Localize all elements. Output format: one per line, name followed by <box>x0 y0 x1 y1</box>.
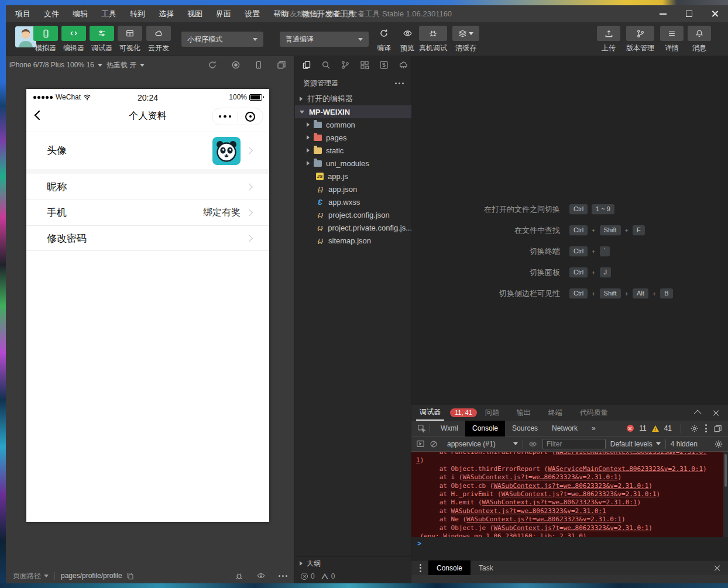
editor-toggle-button[interactable]: 编辑器 <box>60 26 87 53</box>
cloud-dev-toggle-button[interactable]: 云开发 <box>145 26 172 53</box>
drawer-kebab-icon[interactable] <box>418 564 423 572</box>
tree-item-project-config[interactable]: project.config.json <box>295 208 412 221</box>
list-item-change-password[interactable]: 修改密码 <box>26 225 269 251</box>
tree-item-static[interactable]: static <box>295 144 412 157</box>
stack-link[interactable]: WASubContext.js?t=we…80623323&v=2.31.0:1 <box>451 507 606 515</box>
copy-icon[interactable] <box>126 572 134 580</box>
extensions-icon[interactable] <box>360 60 369 70</box>
log-levels-select[interactable]: Default levels <box>610 440 661 448</box>
source-control-icon[interactable] <box>341 60 350 70</box>
stack-link[interactable]: WASubContext.js?t=we…80623323&v=2.31.0:1 <box>493 524 648 532</box>
page-path-select[interactable]: 页面路径 <box>13 571 49 581</box>
menu-select[interactable]: 选择 <box>159 9 174 19</box>
list-item-avatar[interactable]: 头像 <box>26 132 269 169</box>
device-frame-icon[interactable] <box>255 60 263 70</box>
stack-link[interactable]: WAServiceMainContext…80623323&v=2.31.0:1 <box>548 465 703 473</box>
project-root[interactable]: MP-WEIXIN <box>295 105 412 118</box>
menu-view[interactable]: 视图 <box>187 9 202 19</box>
list-item-nickname[interactable]: 昵称 <box>26 174 269 200</box>
hot-reload-toggle[interactable]: 热重载 开 <box>107 56 145 74</box>
tree-item-common[interactable]: common <box>295 118 412 131</box>
tree-item-uni-modules[interactable]: uni_modules <box>295 157 412 170</box>
menu-tools[interactable]: 工具 <box>101 9 116 19</box>
eye-icon[interactable] <box>256 572 266 580</box>
messages-button[interactable]: 消息 <box>688 26 711 53</box>
stack-link[interactable]: WASubContext.js?t=we…80623323&v=2.31.0:1 <box>482 498 637 506</box>
simulator-toggle-button[interactable]: 模拟器 <box>32 26 59 53</box>
clear-cache-button[interactable]: 清缓存 <box>452 26 479 53</box>
menu-settings[interactable]: 设置 <box>245 9 260 19</box>
visualization-toggle-button[interactable]: 可视化 <box>116 26 143 53</box>
debugger-toggle-button[interactable]: 调试器 <box>88 26 115 53</box>
record-icon[interactable] <box>231 60 241 70</box>
list-item-phone[interactable]: 手机 绑定有奖 <box>26 200 269 225</box>
minimize-button[interactable] <box>654 5 672 22</box>
console-filter-input[interactable] <box>542 439 606 449</box>
tree-item-app-js[interactable]: app.js <box>295 170 412 183</box>
gear-icon[interactable] <box>690 424 699 433</box>
kebab-menu-icon[interactable] <box>704 424 708 432</box>
tree-item-sitemap[interactable]: sitemap.json <box>295 234 412 247</box>
tab-console[interactable]: Console <box>465 421 505 436</box>
compile-mode-select[interactable]: 普通编译 <box>280 32 369 47</box>
device-select[interactable]: iPhone 6/7/8 Plus 100% 16 <box>9 56 102 74</box>
menu-goto[interactable]: 转到 <box>130 9 145 19</box>
close-panel-icon[interactable] <box>713 410 720 417</box>
menu-edit[interactable]: 编辑 <box>73 9 88 19</box>
inspect-icon[interactable] <box>417 424 426 433</box>
more-dots-icon[interactable] <box>212 115 238 118</box>
clear-console-icon[interactable] <box>430 440 438 448</box>
stack-link[interactable]: WAServiceMainContext…80623323&v=2.31.0: <box>555 452 706 456</box>
tab-output[interactable]: 输出 <box>513 405 534 421</box>
tree-item-pages[interactable]: pages <box>295 131 412 144</box>
stack-link[interactable]: WASubContext.js?t=we…80623323&v=2.31.0:1 <box>493 482 648 490</box>
rotate-icon[interactable] <box>208 60 217 70</box>
menu-project[interactable]: 项目 <box>15 9 30 19</box>
open-editors-section[interactable]: 打开的编辑器 <box>295 92 412 105</box>
console-sidebar-icon[interactable] <box>416 439 425 448</box>
drawer-tab-task[interactable]: Task <box>471 561 502 576</box>
tree-item-project-private-config[interactable]: project.private.config.js... <box>295 221 412 234</box>
menu-interface[interactable]: 界面 <box>216 9 231 19</box>
tab-sources[interactable]: Sources <box>505 421 545 436</box>
tab-terminal[interactable]: 终端 <box>545 405 566 421</box>
upload-button[interactable]: 上传 <box>597 26 620 53</box>
cloud-icon[interactable] <box>399 60 408 70</box>
more-tabs-icon[interactable]: » <box>585 421 603 436</box>
stack-link[interactable]: WASubContext.js?t=we…80623323&v=2.31.0:1 <box>462 473 617 481</box>
close-target-icon[interactable] <box>238 112 263 122</box>
close-button[interactable] <box>706 5 723 22</box>
remote-debug-button[interactable]: 真机调试 <box>419 26 447 53</box>
files-icon[interactable] <box>302 60 311 70</box>
bug-icon[interactable] <box>235 572 243 580</box>
eye-icon[interactable] <box>528 440 538 448</box>
details-button[interactable]: 详情 <box>660 26 684 53</box>
console-prompt-area[interactable]: > <box>411 537 728 560</box>
tab-problems[interactable]: 问题 <box>482 405 503 421</box>
stack-link[interactable]: WASubContext.js?t=we…80623323&v=2.31.0:1 <box>466 515 621 523</box>
context-select[interactable]: appservice (#1) <box>447 440 518 448</box>
maximize-button[interactable] <box>680 5 698 22</box>
console-scrollbar[interactable] <box>723 452 728 537</box>
stack-link[interactable]: 1 <box>416 456 420 464</box>
tree-item-app-wxss[interactable]: app.wxss <box>295 195 412 208</box>
mode-select[interactable]: 小程序模式 <box>181 32 263 47</box>
tab-debugger[interactable]: 调试器 <box>416 405 444 421</box>
stack-link[interactable]: WASubContext.js?t=we…80623323&v=2.31.0:1 <box>502 490 657 498</box>
preview-button[interactable]: 预览 <box>396 26 419 53</box>
menu-help[interactable]: 帮助 <box>273 9 289 19</box>
multi-window-icon[interactable] <box>277 60 286 70</box>
compile-button[interactable]: 编译 <box>372 26 396 53</box>
expand-panel-icon[interactable] <box>694 410 702 418</box>
drawer-tab-console[interactable]: Console <box>428 561 471 576</box>
tab-wxml[interactable]: Wxml <box>434 421 465 436</box>
tree-item-app-json[interactable]: app.json <box>295 183 412 195</box>
tab-code-quality[interactable]: 代码质量 <box>576 405 612 421</box>
tab-network[interactable]: Network <box>545 421 585 436</box>
menu-wechat-devtools[interactable]: 微信开发者工具 <box>302 9 355 19</box>
dock-side-icon[interactable] <box>713 424 722 433</box>
version-control-button[interactable]: 版本管理 <box>626 26 654 53</box>
close-drawer-icon[interactable] <box>714 565 721 572</box>
console-settings-gear-icon[interactable] <box>714 439 723 449</box>
more-icon[interactable] <box>279 575 287 577</box>
